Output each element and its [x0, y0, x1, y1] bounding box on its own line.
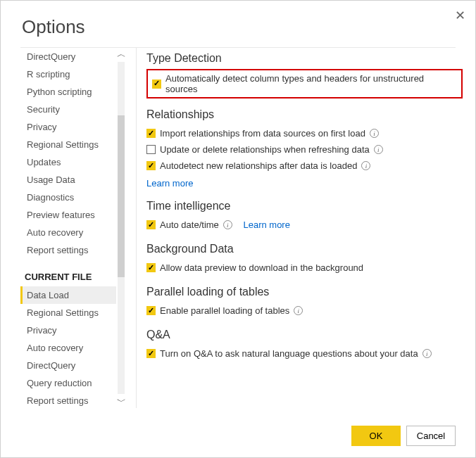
heading-time-intel: Time intelligence: [146, 200, 463, 212]
sidebar-item-usage-data[interactable]: Usage Data: [20, 171, 116, 189]
label-qa: Turn on Q&A to ask natural language ques…: [160, 348, 418, 359]
checkbox-parallel[interactable]: [146, 306, 156, 315]
info-icon[interactable]: [294, 306, 303, 315]
sidebar-scrollbar[interactable]: ︿ ﹀: [116, 48, 126, 408]
info-icon[interactable]: [370, 129, 379, 138]
sidebar-item-auto-recovery[interactable]: Auto recovery: [20, 224, 116, 241]
heading-type-detection: Type Detection: [146, 52, 463, 65]
sidebar-item-preview-features[interactable]: Preview features: [20, 206, 116, 224]
info-icon[interactable]: [374, 145, 383, 154]
sidebar-item-security[interactable]: Security: [20, 101, 116, 118]
checkbox-type-detection[interactable]: [152, 79, 161, 89]
sidebar-item-query-reduction[interactable]: Query reduction: [20, 374, 116, 392]
dialog-title: Options: [22, 16, 85, 38]
sidebar-item-diagnostics[interactable]: Diagnostics: [20, 189, 116, 206]
label-bg-download: Allow data preview to download in the ba…: [160, 262, 363, 273]
ok-button[interactable]: OK: [351, 426, 401, 446]
info-icon[interactable]: [422, 349, 432, 358]
checkbox-bg-download[interactable]: [146, 263, 156, 272]
sidebar-item-directquery[interactable]: DirectQuery: [20, 48, 116, 65]
label-import-rel: Import relationships from data sources o…: [160, 128, 365, 139]
info-icon[interactable]: [223, 220, 232, 229]
sidebar-item-privacy[interactable]: Privacy: [20, 118, 116, 136]
scroll-up-icon[interactable]: ︿: [116, 48, 126, 61]
checkbox-import-rel[interactable]: [146, 129, 156, 138]
label-auto-datetime: Auto date/time: [160, 220, 219, 230]
options-sidebar: DirectQuery R scripting Python scripting…: [20, 48, 116, 408]
label-autodetect-rel: Autodetect new relationships after data …: [160, 160, 357, 171]
label-type-detection: Automatically detect column types and he…: [165, 73, 457, 94]
sidebar-item-updates[interactable]: Updates: [20, 153, 116, 171]
checkbox-auto-datetime[interactable]: [146, 220, 156, 229]
checkbox-autodetect-rel[interactable]: [146, 161, 156, 170]
heading-relationships: Relationships: [146, 108, 463, 121]
scroll-thumb[interactable]: [118, 115, 125, 277]
label-parallel: Enable parallel loading of tables: [160, 305, 289, 316]
checkbox-qa[interactable]: [146, 349, 156, 358]
heading-background-data: Background Data: [146, 243, 463, 255]
info-icon[interactable]: [361, 161, 370, 170]
sidebar-item-regional[interactable]: Regional Settings: [20, 136, 116, 153]
options-content: Type Detection Automatically detect colu…: [146, 48, 463, 408]
sidebar-item-regional-cf[interactable]: Regional Settings: [20, 304, 116, 322]
sidebar-item-data-load[interactable]: Data Load: [20, 286, 116, 304]
heading-qa: Q&A: [146, 329, 463, 341]
sidebar-header-current-file: CURRENT FILE: [20, 259, 116, 286]
label-update-rel: Update or delete relationships when refr…: [160, 144, 370, 155]
cancel-button[interactable]: Cancel: [406, 426, 456, 446]
sidebar-item-r-scripting[interactable]: R scripting: [20, 65, 116, 83]
link-learn-more-time[interactable]: Learn more: [243, 220, 289, 230]
checkbox-update-rel[interactable]: [146, 145, 156, 154]
vertical-divider: [136, 48, 137, 408]
sidebar-item-privacy-cf[interactable]: Privacy: [20, 322, 116, 339]
scroll-down-icon[interactable]: ﹀: [116, 395, 126, 408]
sidebar-item-report-settings[interactable]: Report settings: [20, 241, 116, 259]
sidebar-item-auto-recovery-cf[interactable]: Auto recovery: [20, 339, 116, 357]
close-icon[interactable]: ✕: [455, 8, 465, 23]
link-learn-more-rel[interactable]: Learn more: [146, 178, 193, 189]
heading-parallel: Parallel loading of tables: [146, 286, 463, 298]
sidebar-item-directquery-cf[interactable]: DirectQuery: [20, 357, 116, 374]
type-detection-row: Automatically detect column types and he…: [146, 69, 463, 98]
sidebar-item-report-settings-cf[interactable]: Report settings: [20, 392, 116, 408]
sidebar-item-python-scripting[interactable]: Python scripting: [20, 83, 116, 101]
